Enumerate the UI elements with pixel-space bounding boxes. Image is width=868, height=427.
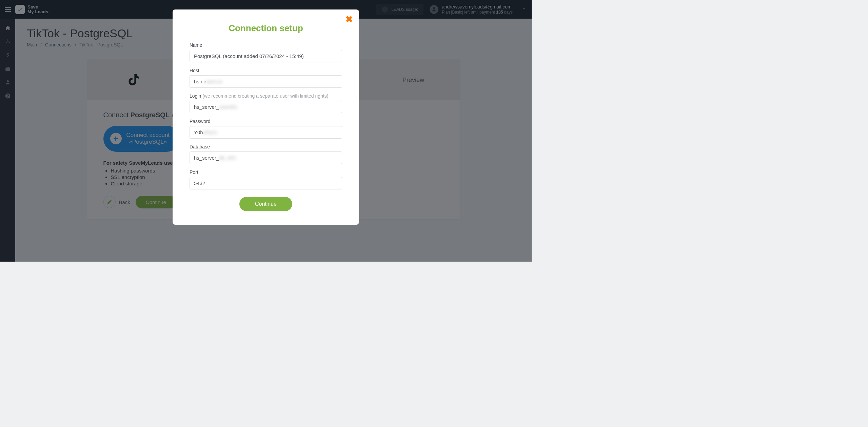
database-input[interactable]: hs_server_db_001 [190, 151, 342, 164]
name-label: Name [190, 42, 342, 48]
field-port: Port [190, 169, 342, 189]
login-label: Login (we recommend creating a separate … [190, 93, 342, 99]
password-label: Password [190, 119, 342, 124]
port-label: Port [190, 169, 342, 175]
field-host: Host hs.netserv.io [190, 68, 342, 88]
modal-overlay[interactable]: ✖ Connection setup Name Host hs.netserv.… [0, 0, 532, 262]
modal-title: Connection setup [190, 23, 342, 34]
database-label: Database [190, 144, 342, 149]
password-input[interactable]: Y0hxPq7z [190, 126, 342, 139]
field-name: Name [190, 42, 342, 62]
modal-continue-button[interactable]: Continue [239, 197, 292, 211]
connection-setup-modal: ✖ Connection setup Name Host hs.netserv.… [173, 9, 359, 225]
modal-close-button[interactable]: ✖ [346, 15, 353, 24]
field-database: Database hs_server_db_001 [190, 144, 342, 164]
port-input[interactable] [190, 177, 342, 189]
login-input[interactable]: hs_server_user001 [190, 101, 342, 113]
host-input[interactable]: hs.netserv.io [190, 75, 342, 88]
host-label: Host [190, 68, 342, 73]
field-password: Password Y0hxPq7z [190, 119, 342, 139]
name-input[interactable] [190, 50, 342, 62]
field-login: Login (we recommend creating a separate … [190, 93, 342, 113]
